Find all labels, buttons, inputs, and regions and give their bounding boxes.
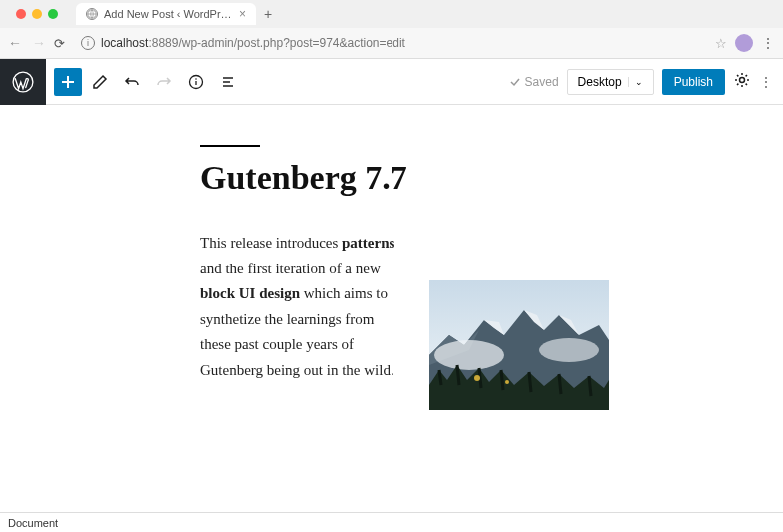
breadcrumb-bar[interactable]: Document — [0, 512, 783, 532]
minimize-window-icon[interactable] — [32, 9, 42, 19]
post-title[interactable]: Gutenberg 7.7 — [200, 159, 679, 197]
svg-point-8 — [474, 375, 480, 381]
reload-button[interactable]: ⟳ — [54, 36, 65, 51]
svg-point-4 — [740, 77, 745, 82]
editor-toolbar: Saved Desktop ⌄ Publish ⋮ — [0, 59, 783, 105]
preview-label: Desktop — [578, 75, 622, 89]
bookmark-icon[interactable]: ☆ — [715, 36, 727, 51]
new-tab-button[interactable]: + — [264, 6, 272, 22]
browser-menu-icon[interactable]: ⋮ — [761, 35, 775, 51]
preview-dropdown[interactable]: Desktop ⌄ — [567, 69, 654, 95]
maximize-window-icon[interactable] — [48, 9, 58, 19]
svg-point-3 — [195, 78, 197, 80]
url-bar: ← → ⟳ i localhost:8889/wp-admin/post.php… — [0, 28, 783, 58]
outline-button[interactable] — [214, 68, 242, 96]
wordpress-editor: Saved Desktop ⌄ Publish ⋮ Gutenberg 7.7 … — [0, 59, 783, 513]
post-content: Gutenberg 7.7 This release introduces pa… — [200, 145, 679, 410]
settings-button[interactable] — [733, 71, 751, 93]
browser-tab[interactable]: Add New Post ‹ WordPress D… × — [76, 3, 256, 25]
close-tab-icon[interactable]: × — [239, 7, 246, 21]
check-icon — [509, 76, 521, 88]
paragraph-block[interactable]: This release introduces patterns and the… — [200, 231, 399, 383]
window-controls — [8, 9, 66, 19]
tab-bar: Add New Post ‹ WordPress D… × + — [0, 0, 783, 28]
saved-label: Saved — [525, 75, 559, 89]
globe-icon — [86, 8, 98, 20]
svg-point-6 — [434, 340, 504, 370]
add-block-button[interactable] — [54, 68, 82, 96]
save-status: Saved — [509, 75, 559, 89]
editor-canvas[interactable]: Gutenberg 7.7 This release introduces pa… — [0, 105, 783, 513]
title-separator — [200, 145, 260, 147]
svg-point-7 — [539, 338, 599, 362]
back-button[interactable]: ← — [8, 35, 22, 51]
image-block[interactable] — [429, 280, 609, 410]
wordpress-logo[interactable] — [0, 59, 46, 105]
browser-chrome: Add New Post ‹ WordPress D… × + ← → ⟳ i … — [0, 0, 783, 59]
mountain-image — [429, 280, 609, 410]
redo-button[interactable] — [150, 68, 178, 96]
url-host: localhost — [101, 36, 148, 50]
address-bar[interactable]: i localhost:8889/wp-admin/post.php?post=… — [73, 33, 707, 53]
more-options-icon[interactable]: ⋮ — [759, 74, 773, 90]
columns-block: This release introduces patterns and the… — [200, 231, 679, 410]
edit-mode-button[interactable] — [86, 68, 114, 96]
tab-title: Add New Post ‹ WordPress D… — [104, 8, 233, 20]
site-info-icon[interactable]: i — [81, 36, 95, 50]
info-button[interactable] — [182, 68, 210, 96]
forward-button[interactable]: → — [32, 35, 46, 51]
profile-avatar[interactable] — [735, 34, 753, 52]
close-window-icon[interactable] — [16, 9, 26, 19]
breadcrumb-document[interactable]: Document — [8, 517, 58, 529]
publish-button[interactable]: Publish — [662, 69, 725, 95]
undo-button[interactable] — [118, 68, 146, 96]
chevron-down-icon: ⌄ — [628, 77, 643, 87]
url-path: :8889/wp-admin/post.php?post=974&action=… — [148, 36, 405, 50]
svg-point-9 — [505, 380, 509, 384]
